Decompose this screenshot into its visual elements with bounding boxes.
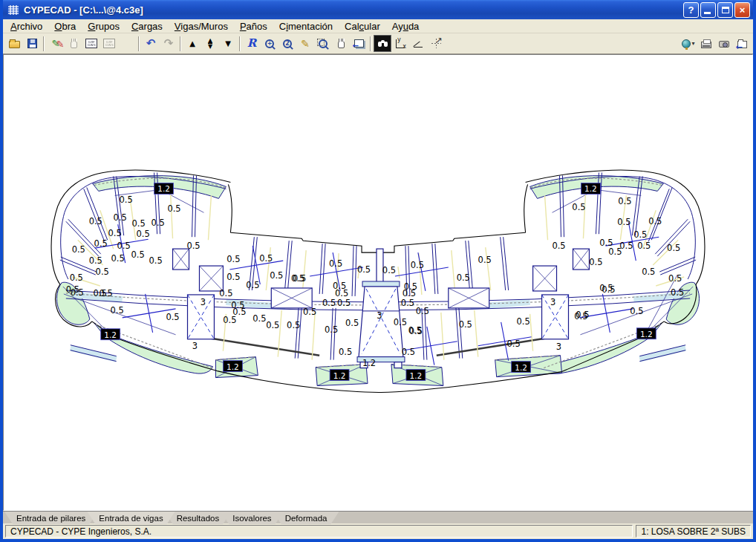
copy-view-button[interactable] xyxy=(350,35,368,52)
boxed-load-label: 1.2 xyxy=(406,370,426,381)
boxed-load-label: 1.2 xyxy=(581,183,600,194)
toolbar-separator xyxy=(180,36,181,51)
pan-button[interactable] xyxy=(332,35,350,52)
load-label: 0.5 xyxy=(100,288,113,298)
load-label: 0.5 xyxy=(293,273,306,284)
resources-globe-button[interactable]: ▾ xyxy=(680,35,697,52)
menu-bar: ArchivoObraGruposCargasVigas/MurosPañosC… xyxy=(3,19,753,33)
ortho-snap-icon xyxy=(431,39,441,48)
edit-drawing-icon xyxy=(301,39,310,49)
search-button[interactable] xyxy=(374,35,391,52)
plot-button[interactable] xyxy=(715,35,733,52)
group-select-button[interactable] xyxy=(201,35,219,52)
window-title: CYPECAD - [C:\...\@4.c3e] xyxy=(24,4,683,16)
close-button[interactable]: × xyxy=(734,2,750,18)
load-label: 0.5 xyxy=(89,216,102,226)
print-button[interactable] xyxy=(697,35,715,52)
toolbar-separator xyxy=(239,36,241,51)
svg-text:1.2: 1.2 xyxy=(640,330,653,339)
title-bar[interactable]: CYPECAD - [C:\...\@4.c3e] ? × xyxy=(3,0,753,19)
zoom-window-button[interactable] xyxy=(314,35,332,52)
load-label: 0.5 xyxy=(329,258,342,269)
load-label: 0.5 xyxy=(478,255,492,265)
angle-measure-button[interactable] xyxy=(409,35,427,52)
zoom-x2-button[interactable] xyxy=(278,35,296,52)
search-icon xyxy=(378,40,388,47)
load-label: 0.5 xyxy=(72,244,85,255)
coordinates-button[interactable] xyxy=(391,35,409,52)
load-label: 0.5 xyxy=(667,243,680,253)
exit-button[interactable] xyxy=(733,35,751,52)
redraw-button[interactable]: R xyxy=(243,35,261,52)
help-button[interactable]: ? xyxy=(683,2,699,18)
load-label: 0.5 xyxy=(186,241,200,251)
angle-measure-icon xyxy=(414,40,423,48)
save-file-button[interactable] xyxy=(23,35,41,52)
app-icon xyxy=(7,4,20,16)
object-snap-magnet-button[interactable] xyxy=(118,35,136,52)
load-label: 0.5 xyxy=(403,288,416,298)
tab-entrada-de-vigas[interactable]: Entrada de vigas xyxy=(87,512,175,524)
ortho-snap-button[interactable] xyxy=(427,35,445,52)
group-select-icon xyxy=(208,38,212,50)
dropdown-arrow-icon[interactable]: ▾ xyxy=(691,40,694,47)
zoom-all-button[interactable] xyxy=(261,35,278,52)
load-label: 0.5 xyxy=(252,313,266,324)
minimize-button[interactable] xyxy=(700,2,716,18)
maximize-button[interactable] xyxy=(717,2,733,18)
tab-entrada-de-pilares[interactable]: Entrada de pilares xyxy=(4,512,97,524)
edit-templates-button[interactable] xyxy=(65,35,82,52)
redo-button[interactable]: ↷ xyxy=(160,35,177,52)
load-label: 0.5 xyxy=(259,253,273,264)
group-down-button[interactable]: ▼ xyxy=(219,35,237,52)
load-label: 0.5 xyxy=(345,318,359,328)
load-label: 0.5 xyxy=(223,315,236,325)
tab-resultados[interactable]: Resultados xyxy=(165,512,232,524)
load-label: 0.5 xyxy=(589,257,602,267)
load-label: 0.5 xyxy=(402,347,415,357)
load-label: 0.5 xyxy=(303,307,316,317)
app-window: CYPECAD - [C:\...\@4.c3e] ? × ArchivoObr… xyxy=(0,0,756,542)
span-direction-cross xyxy=(395,252,449,291)
minimize-icon xyxy=(704,12,711,14)
open-file-button[interactable] xyxy=(5,35,23,52)
menu-item-cimentaci-n[interactable]: Cimentación xyxy=(273,20,339,33)
load-label: 0.5 xyxy=(166,312,179,322)
load-label: 0.5 xyxy=(335,288,348,298)
load-label: 0.5 xyxy=(322,298,336,308)
load-label: 0.5 xyxy=(227,272,240,282)
edit-resources-button[interactable] xyxy=(47,35,65,52)
load-label: 0.5 xyxy=(516,316,529,327)
drawing-canvas[interactable]: 0.50.50.50.50.50.50.50.50.50.50.50.50.50… xyxy=(3,54,753,511)
edit-resources-icon xyxy=(52,39,60,48)
menu-item-vigas-muros[interactable]: Vigas/Muros xyxy=(169,20,234,33)
zoom-all-icon xyxy=(265,39,274,48)
svg-text:1.2: 1.2 xyxy=(157,184,170,193)
menu-item-archivo[interactable]: Archivo xyxy=(4,20,48,33)
load-label: 0.5 xyxy=(416,306,429,316)
export-dxf-dwg-button[interactable] xyxy=(100,35,118,52)
import-dxf-dwg-button[interactable] xyxy=(82,35,100,52)
menu-item-pa-os[interactable]: Paños xyxy=(234,20,273,33)
undo-button[interactable]: ↶ xyxy=(142,35,160,52)
menu-item-ayuda[interactable]: Ayuda xyxy=(386,20,426,33)
tab-deformada[interactable]: Deformada xyxy=(273,512,339,524)
menu-item-obra[interactable]: Obra xyxy=(48,20,82,33)
load-label: 0.5 xyxy=(246,280,259,290)
menu-item-cargas[interactable]: Cargas xyxy=(126,20,169,33)
menu-item-grupos[interactable]: Grupos xyxy=(82,20,126,33)
edit-drawing-button[interactable] xyxy=(296,35,314,52)
group-up-button[interactable]: ▲ xyxy=(183,35,201,52)
load-label: 0.5 xyxy=(382,265,396,275)
export-dxf-dwg-icon xyxy=(103,39,115,48)
load-label-3: 3 xyxy=(201,297,206,307)
load-label: 0.5 xyxy=(339,347,352,357)
tab-isovalores[interactable]: Isovalores xyxy=(221,512,283,524)
load-label: 0.5 xyxy=(337,298,351,308)
boxed-load-label: 1.2 xyxy=(101,329,120,340)
menu-item-calcular[interactable]: Calcular xyxy=(339,20,386,33)
print-icon xyxy=(701,42,711,48)
redraw-icon: R xyxy=(247,38,256,49)
status-group-indicator: 1: LOSA SOBRE 2ª SUBS xyxy=(636,525,751,538)
load-label-3: 3 xyxy=(556,342,561,352)
